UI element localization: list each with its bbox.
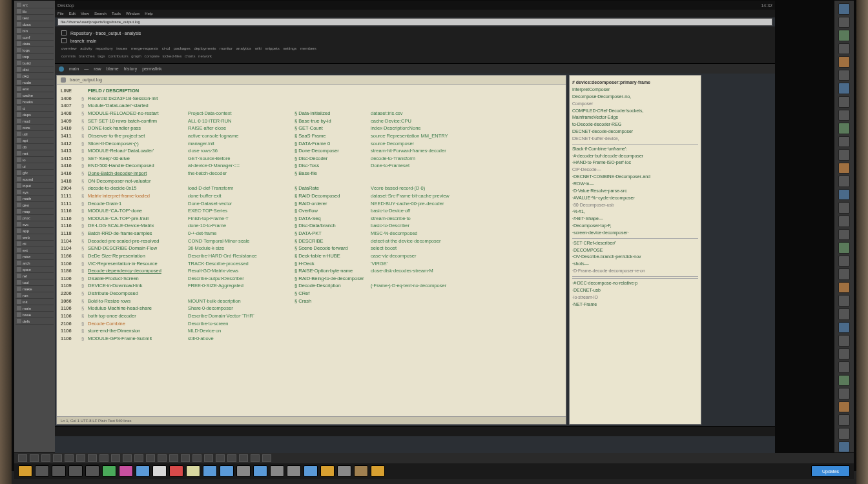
log-row[interactable]: 2106§Decode·CombineDescribe·to·screen (61, 320, 562, 328)
tool-icon[interactable] (838, 229, 850, 241)
dock-app[interactable] (52, 465, 66, 477)
tray-icon[interactable] (158, 454, 167, 462)
tool-icon[interactable] (838, 308, 850, 320)
dock-app[interactable] (236, 465, 251, 477)
tool-icon[interactable] (838, 295, 850, 307)
tree-item[interactable]: dist (16, 66, 54, 73)
tray-icon[interactable] (262, 454, 271, 462)
dock-app[interactable] (203, 465, 217, 477)
menu-help[interactable]: Help (145, 12, 152, 15)
tree-item[interactable]: arch (16, 260, 54, 267)
log-row[interactable]: 1106§Modulus·Machine·head-shareShare·0·d… (61, 305, 562, 312)
menu-window[interactable]: Window (126, 12, 140, 15)
tree-item[interactable]: run (16, 292, 54, 299)
tool-icon[interactable] (838, 282, 850, 294)
log-row[interactable]: 1418§ON·Decomposer·not-valuator (61, 177, 562, 185)
editor-tabs[interactable]: trace_output.log (57, 76, 566, 85)
menu-tools[interactable]: Tools (112, 12, 121, 15)
log-row[interactable]: 1408§MODULE·RELOADED·no-restartProject·D… (61, 110, 562, 117)
checkbox-icon[interactable] (61, 30, 67, 35)
tree-item[interactable]: base (16, 312, 54, 318)
tray-icon[interactable] (239, 454, 248, 462)
tree-item[interactable]: proc (16, 215, 54, 221)
tool-icon[interactable] (838, 361, 850, 373)
tool-main[interactable]: main (69, 66, 79, 71)
tool-icon[interactable] (838, 83, 850, 94)
tree-item[interactable]: api (16, 137, 54, 144)
tree-item[interactable]: cli (16, 241, 54, 247)
log-row[interactable]: 1106§both·top·once·decoderDescribe·Domai… (61, 312, 562, 320)
menu-view[interactable]: View (81, 12, 89, 15)
tree-item[interactable]: pkg (16, 73, 54, 79)
dock[interactable]: Updates (14, 463, 854, 479)
editor-body[interactable]: LINEFIELD / DESCRIPTION1406§RecordId:0x2… (57, 85, 566, 416)
tree-item[interactable]: map (16, 208, 54, 215)
tree-item[interactable]: input (16, 183, 54, 189)
system-tray[interactable] (14, 453, 854, 463)
tool-icon[interactable] (838, 123, 850, 134)
tool-—[interactable]: — (84, 66, 88, 71)
tree-item[interactable]: node (16, 79, 54, 86)
nav-tabs-secondary[interactable]: commits branches tags contributors graph… (61, 54, 769, 60)
log-row[interactable]: 1116§MODULE·'CA-TOP'·pre-trainFinish·top… (61, 215, 562, 223)
tray-icon[interactable] (227, 454, 236, 462)
tree-item[interactable]: cache (16, 92, 54, 99)
dock-app[interactable] (35, 465, 49, 477)
dock-app[interactable] (186, 465, 200, 477)
tree-item[interactable]: misc (16, 254, 54, 260)
tree-item[interactable]: sys (16, 189, 54, 196)
left-file-tree[interactable]: srclibtestdocsbinconfdatalogstmpbuilddis… (14, 1, 55, 452)
tree-item[interactable]: bin (16, 28, 54, 34)
log-row[interactable]: 1066§Bold·to·Resize·rowsMOUNT·bulk·descr… (61, 297, 562, 305)
tool-blame[interactable]: blame (106, 66, 118, 71)
tree-item[interactable]: net (16, 150, 54, 157)
tool-icon[interactable] (838, 348, 850, 360)
log-row[interactable]: 1104§SEND·DESCRIBE·Domain·Flow36·Module·… (61, 245, 562, 252)
dock-app[interactable] (337, 465, 351, 477)
tool-icon[interactable] (838, 136, 850, 148)
tool-icon[interactable] (838, 70, 850, 81)
tool-icon[interactable] (838, 163, 850, 174)
tree-item[interactable]: web (16, 234, 54, 241)
tree-item[interactable]: test (16, 15, 54, 21)
dock-app[interactable] (320, 465, 335, 477)
dock-app[interactable] (68, 465, 83, 477)
log-row[interactable]: 1106§VIC·Representation·in·ResourceTRACK… (61, 260, 562, 268)
tree-item[interactable]: core (16, 125, 54, 131)
tree-item[interactable]: init (16, 299, 54, 305)
tree-item[interactable]: deps (16, 112, 54, 118)
tray-icon[interactable] (41, 454, 50, 462)
log-row[interactable]: 1106§MODULE·GPS·Frame·Submitstill·0·abov… (61, 335, 562, 343)
app-menubar[interactable]: FileEditViewSearchToolsWindowHelp (55, 10, 775, 17)
tray-icon[interactable] (99, 454, 108, 462)
tree-item[interactable]: hooks (16, 99, 54, 105)
side-panel[interactable]: # device:decomposer:primary-frameInterpr… (569, 75, 701, 425)
dock-app[interactable] (253, 465, 267, 477)
tray-icon[interactable] (88, 454, 97, 462)
file-toolbar[interactable]: main—rawblamehistorypermalink (55, 63, 775, 74)
log-row[interactable]: 1116§MODULE·'CA-TOP'·doneEXEC·TOP·Series… (61, 207, 562, 215)
tree-item[interactable]: db (16, 144, 54, 150)
breadcrumb[interactable]: Repository · trace_output · analysis (70, 31, 141, 35)
tray-icon[interactable] (146, 454, 155, 462)
tree-item[interactable]: tool (16, 279, 54, 286)
tree-item[interactable]: src (16, 2, 54, 8)
tool-icon[interactable] (838, 189, 850, 201)
log-row[interactable]: 1106§store·end·the·DimensionMLD·Device·o… (61, 327, 562, 335)
tree-item[interactable]: spec (16, 267, 54, 273)
tray-icon[interactable] (134, 454, 143, 462)
tray-icon[interactable] (169, 454, 178, 462)
tool-icon[interactable] (838, 401, 850, 413)
dock-app[interactable] (270, 465, 284, 477)
log-row[interactable]: 1413§MODULE·Reload·'DataLoader'close·row… (61, 147, 562, 155)
dock-app[interactable] (102, 465, 116, 477)
tray-icon[interactable] (53, 454, 62, 462)
log-row[interactable]: 1406§RecordId:0x2A3F1B·Session·Init (61, 95, 562, 103)
tool-icon[interactable] (838, 43, 850, 55)
tree-item[interactable]: util (16, 131, 54, 137)
tray-icon[interactable] (192, 454, 202, 462)
tool-icon[interactable] (838, 3, 850, 15)
tree-item[interactable]: logs (16, 47, 54, 54)
log-row[interactable]: 1412§Slicer·II·Decomposer·(·)manager.ini… (61, 140, 562, 148)
tree-item[interactable]: docs (16, 21, 54, 28)
